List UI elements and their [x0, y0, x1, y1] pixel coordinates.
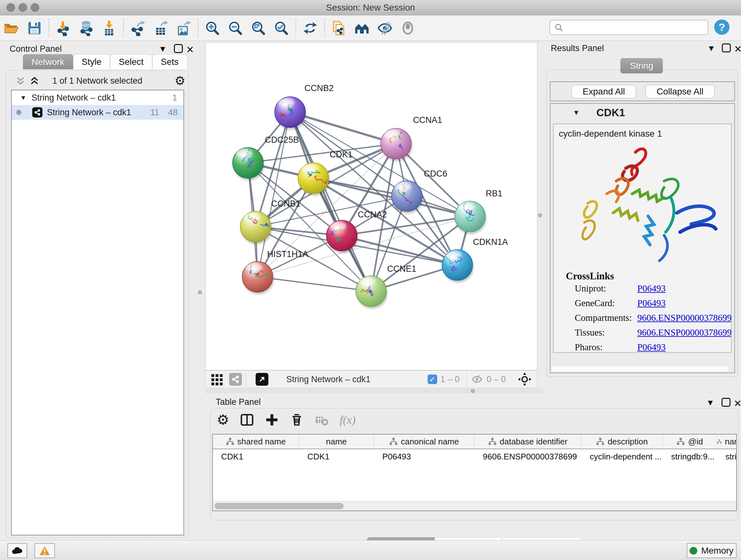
column-header-namespace[interactable]: namespace	[717, 435, 737, 449]
search-field[interactable]	[549, 20, 709, 35]
float-panel-icon[interactable]	[174, 44, 183, 53]
expand-all-button[interactable]: Expand All	[571, 85, 636, 98]
warning-icon	[39, 546, 51, 556]
delete-table-icon[interactable]	[315, 413, 329, 427]
column-header-shared-name[interactable]: shared name	[213, 435, 299, 449]
network-node-RB1[interactable]: RB1	[455, 189, 502, 234]
network-canvas[interactable]: CCNB2CCNA1CDC25BCDK1CDC6RB1CCNB1CCNA2CDK…	[205, 42, 537, 370]
tab-sets[interactable]: Sets	[152, 54, 187, 69]
tab-network[interactable]: Network	[23, 54, 73, 69]
node-label-CDC6: CDC6	[424, 169, 448, 179]
table-panel: Table Panel ▼ ✕ ⚙ f(x) shared namenameca…	[205, 393, 741, 540]
import-network-database-button[interactable]	[75, 18, 98, 38]
open-session-button[interactable]	[0, 18, 23, 38]
table-cell[interactable]: P06493	[374, 449, 475, 464]
add-column-icon[interactable]	[265, 413, 279, 427]
zoom-out-button[interactable]	[224, 18, 247, 38]
table-cell[interactable]: stringdb	[717, 449, 737, 464]
function-builder-icon[interactable]: f(x)	[340, 413, 355, 427]
export-table-button[interactable]	[149, 18, 172, 38]
network-node-CCNB1[interactable]: CCNB1	[240, 199, 300, 244]
export-network-button[interactable]	[126, 18, 149, 38]
toolbar-separator	[49, 19, 49, 37]
zoom-in-icon	[205, 20, 220, 36]
zoom-in-button[interactable]	[201, 18, 224, 38]
horizontal-scrollbar[interactable]	[213, 501, 736, 510]
network-row-selected[interactable]: String Network – cdk1 11 48	[12, 105, 184, 120]
first-neighbors-button[interactable]	[350, 18, 374, 38]
close-panel-icon[interactable]: ✕	[186, 44, 194, 55]
hide-selected-button[interactable]	[374, 18, 396, 38]
crosslink-label: Compartments:	[575, 313, 632, 323]
protein-structure-image	[569, 142, 729, 270]
crosslink-value[interactable]: 9606.ENSP00000378699	[637, 313, 732, 323]
delete-column-icon[interactable]	[290, 413, 304, 427]
selected-checkbox-icon[interactable]: ✓	[428, 374, 437, 384]
crosslink-value[interactable]: P06493	[637, 298, 666, 308]
panel-menu-icon[interactable]: ▼	[158, 44, 167, 54]
network-icon	[32, 107, 43, 118]
close-panel-icon[interactable]: ✕	[734, 398, 741, 409]
column-header-database-identifier[interactable]: database identifier	[475, 435, 582, 449]
right-splitter-handle[interactable]	[538, 213, 542, 217]
zoom-selected-button[interactable]	[270, 18, 293, 38]
help-button[interactable]: ?	[714, 19, 730, 35]
columns-icon[interactable]	[240, 413, 254, 427]
selection-status: 1 of 1 Network selected	[6, 76, 189, 86]
memory-button[interactable]: Memory	[687, 543, 737, 558]
network-collection-row[interactable]: ▼ String Network – cdk1 1	[12, 90, 184, 105]
zoom-fit-button[interactable]	[247, 18, 270, 38]
horizontal-splitter-handle[interactable]	[471, 389, 475, 393]
left-splitter-handle[interactable]	[198, 290, 202, 294]
crosshair-icon[interactable]	[517, 372, 532, 387]
panel-menu-icon[interactable]: ▼	[706, 398, 715, 408]
float-panel-icon[interactable]	[722, 398, 731, 407]
external-view-icon[interactable]	[256, 373, 268, 386]
panel-menu-icon[interactable]: ▼	[707, 44, 716, 53]
table-settings-gear-icon[interactable]: ⚙	[217, 413, 229, 427]
import-network-file-button[interactable]	[52, 18, 75, 38]
column-header-name[interactable]: name	[299, 435, 374, 449]
selected-counts: 1 – 0	[441, 374, 460, 384]
table-cell[interactable]: CDK1	[213, 449, 299, 464]
import-network-icon	[55, 20, 71, 36]
column-header-description[interactable]: description	[582, 435, 663, 449]
share-network-icon[interactable]	[229, 373, 242, 386]
gear-icon[interactable]: ⚙	[175, 75, 185, 87]
cloud-status-button[interactable]	[7, 543, 27, 558]
refresh-layout-button[interactable]	[299, 18, 322, 38]
import-table-button[interactable]	[98, 18, 121, 38]
collection-expand-icon[interactable]: ▼	[20, 94, 26, 102]
show-all-button[interactable]	[396, 18, 419, 38]
export-image-button[interactable]	[172, 18, 195, 38]
crosslink-value[interactable]: 9606.ENSP00000378699	[637, 327, 732, 338]
gene-expand-icon[interactable]: ▼	[573, 109, 580, 117]
table-cell[interactable]: CDK1	[299, 449, 374, 464]
tab-string[interactable]: String	[620, 58, 663, 73]
scrollbar-thumb[interactable]	[214, 503, 344, 509]
grid-icon[interactable]	[210, 372, 224, 386]
tab-select[interactable]: Select	[110, 54, 152, 69]
crosslink-value[interactable]: P06493	[637, 283, 666, 294]
string-results-container: Expand All Collapse All ▼ CDK1 cyclin-de…	[546, 70, 738, 377]
table-cell[interactable]: stringdb:9...	[663, 449, 717, 464]
collapse-all-button[interactable]: Collapse All	[646, 85, 715, 98]
node-label-HIST1H1A: HIST1H1A	[267, 249, 308, 259]
column-header--id[interactable]: @id	[663, 435, 717, 449]
hidden-eye-slash-icon[interactable]	[471, 373, 483, 386]
gene-name: CDK1	[596, 107, 625, 119]
float-panel-icon[interactable]	[722, 44, 731, 52]
save-session-button[interactable]	[23, 18, 46, 38]
network-node-CDKN1A[interactable]: CDKN1A	[441, 237, 508, 283]
search-input[interactable]	[563, 21, 708, 34]
crosslink-value[interactable]: P06493	[637, 342, 666, 353]
tab-style[interactable]: Style	[73, 54, 110, 69]
warning-status-button[interactable]	[35, 543, 55, 558]
network-node-CCNA1[interactable]: CCNA1	[381, 115, 442, 161]
table-row[interactable]: CDK1CDK1P064939606.ENSP00000378699cyclin…	[213, 449, 736, 464]
column-header-canonical-name[interactable]: canonical name	[374, 435, 475, 449]
table-cell[interactable]: cyclin-dependent ...	[582, 449, 663, 464]
close-panel-icon[interactable]: ✕	[734, 44, 741, 55]
new-network-from-selection-button[interactable]	[327, 18, 350, 38]
table-cell[interactable]: 9606.ENSP00000378699	[475, 449, 582, 464]
